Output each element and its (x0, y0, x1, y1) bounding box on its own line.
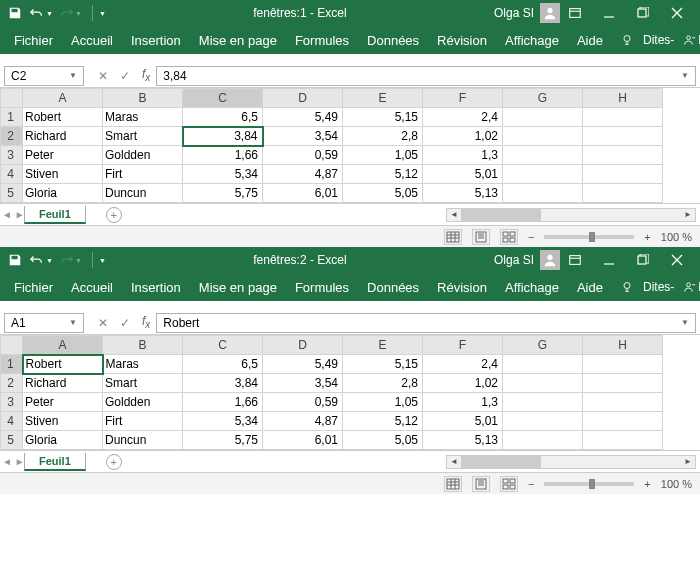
cell[interactable]: 1,3 (423, 393, 503, 412)
cell[interactable]: Gloria (23, 184, 103, 203)
tab-données[interactable]: Données (367, 280, 419, 295)
cell[interactable]: Duncun (103, 431, 183, 450)
cell[interactable]: Maras (103, 355, 183, 374)
cell[interactable]: 1,66 (183, 146, 263, 165)
tab-aide[interactable]: Aide (577, 280, 603, 295)
zoom-slider[interactable] (544, 482, 634, 486)
cell[interactable] (503, 412, 583, 431)
col-header-B[interactable]: B (103, 89, 183, 108)
cell[interactable]: 0,59 (263, 393, 343, 412)
view-normal-icon[interactable] (444, 229, 462, 245)
add-sheet-button[interactable]: + (106, 207, 122, 223)
tab-mise en page[interactable]: Mise en page (199, 33, 277, 48)
cell[interactable]: Stiven (23, 165, 103, 184)
tab-révision[interactable]: Révision (437, 33, 487, 48)
cell[interactable]: 5,15 (343, 108, 423, 127)
col-header-D[interactable]: D (263, 336, 343, 355)
cell[interactable]: Smart (103, 127, 183, 146)
tab-révision[interactable]: Révision (437, 280, 487, 295)
cell[interactable] (503, 165, 583, 184)
zoom-in[interactable]: + (644, 231, 650, 243)
cell[interactable] (583, 374, 663, 393)
fx-icon[interactable]: fx (142, 314, 150, 330)
cell[interactable] (583, 146, 663, 165)
view-layout-icon[interactable] (472, 229, 490, 245)
tab-insertion[interactable]: Insertion (131, 33, 181, 48)
cell[interactable]: 5,15 (343, 355, 423, 374)
cell[interactable] (503, 184, 583, 203)
cell[interactable]: 6,01 (263, 431, 343, 450)
cell[interactable]: 4,87 (263, 165, 343, 184)
row-header-1[interactable]: 1 (1, 108, 23, 127)
cell[interactable]: 5,75 (183, 431, 263, 450)
cell[interactable]: 2,4 (423, 108, 503, 127)
zoom-level[interactable]: 100 % (661, 478, 692, 490)
cancel-icon[interactable]: ✕ (94, 69, 112, 83)
col-header-F[interactable]: F (423, 89, 503, 108)
row-header-5[interactable]: 5 (1, 431, 23, 450)
view-layout-icon[interactable] (472, 476, 490, 492)
close-icon[interactable] (670, 253, 684, 267)
tab-fichier[interactable]: Fichier (14, 280, 53, 295)
cell[interactable] (583, 127, 663, 146)
col-header-E[interactable]: E (343, 89, 423, 108)
cell[interactable]: 3,54 (263, 127, 343, 146)
cell[interactable]: Robert (23, 108, 103, 127)
user-account[interactable]: Olga SI (494, 250, 560, 270)
ribbon-display-icon[interactable] (568, 6, 582, 20)
row-header-4[interactable]: 4 (1, 412, 23, 431)
horizontal-scrollbar[interactable]: ◄► (446, 208, 696, 222)
cell[interactable]: Richard (23, 374, 103, 393)
tell-me[interactable] (621, 34, 633, 46)
col-header-G[interactable]: G (503, 89, 583, 108)
col-header-A[interactable]: A (23, 89, 103, 108)
cell[interactable]: 2,8 (343, 127, 423, 146)
col-header-D[interactable]: D (263, 89, 343, 108)
user-account[interactable]: Olga SI (494, 3, 560, 23)
cell[interactable]: Smart (103, 374, 183, 393)
zoom-out[interactable]: − (528, 478, 534, 490)
cell[interactable]: 5,05 (343, 431, 423, 450)
col-header-E[interactable]: E (343, 336, 423, 355)
cell[interactable]: 5,13 (423, 184, 503, 203)
zoom-level[interactable]: 100 % (661, 231, 692, 243)
zoom-in[interactable]: + (644, 478, 650, 490)
spreadsheet-grid[interactable]: ABCDEFGH1RobertMaras6,55,495,152,42Richa… (0, 335, 700, 450)
enter-icon[interactable]: ✓ (116, 69, 134, 83)
cell[interactable]: 6,01 (263, 184, 343, 203)
sheet-tab[interactable]: Feuil1 (24, 453, 86, 471)
cell[interactable]: Richard (23, 127, 103, 146)
cell[interactable] (583, 431, 663, 450)
save-icon[interactable] (8, 6, 22, 20)
cell[interactable] (503, 127, 583, 146)
undo-icon[interactable] (30, 6, 44, 20)
cell[interactable]: 5,13 (423, 431, 503, 450)
cell[interactable]: 3,54 (263, 374, 343, 393)
cell[interactable]: 1,05 (343, 146, 423, 165)
minimize-icon[interactable] (602, 6, 616, 20)
cell[interactable]: 5,34 (183, 165, 263, 184)
cell[interactable] (503, 374, 583, 393)
cell[interactable]: Stiven (23, 412, 103, 431)
row-header-3[interactable]: 3 (1, 393, 23, 412)
view-pagebreak-icon[interactable] (500, 476, 518, 492)
cell[interactable]: 6,5 (183, 355, 263, 374)
cell[interactable]: 1,3 (423, 146, 503, 165)
cell[interactable]: 1,05 (343, 393, 423, 412)
cell[interactable] (583, 165, 663, 184)
tab-aide[interactable]: Aide (577, 33, 603, 48)
cell[interactable]: 2,8 (343, 374, 423, 393)
cell[interactable]: 5,12 (343, 165, 423, 184)
col-header-C[interactable]: C (183, 336, 263, 355)
share-button[interactable]: Partager (684, 280, 700, 294)
tab-fichier[interactable]: Fichier (14, 33, 53, 48)
cell[interactable] (503, 108, 583, 127)
cell[interactable] (503, 146, 583, 165)
horizontal-scrollbar[interactable]: ◄► (446, 455, 696, 469)
cell[interactable]: Gloria (23, 431, 103, 450)
col-header-G[interactable]: G (503, 336, 583, 355)
sheet-nav[interactable]: ◄ ► (2, 209, 25, 220)
cell[interactable]: Firt (103, 165, 183, 184)
cell[interactable]: 5,49 (263, 355, 343, 374)
cell[interactable] (583, 108, 663, 127)
